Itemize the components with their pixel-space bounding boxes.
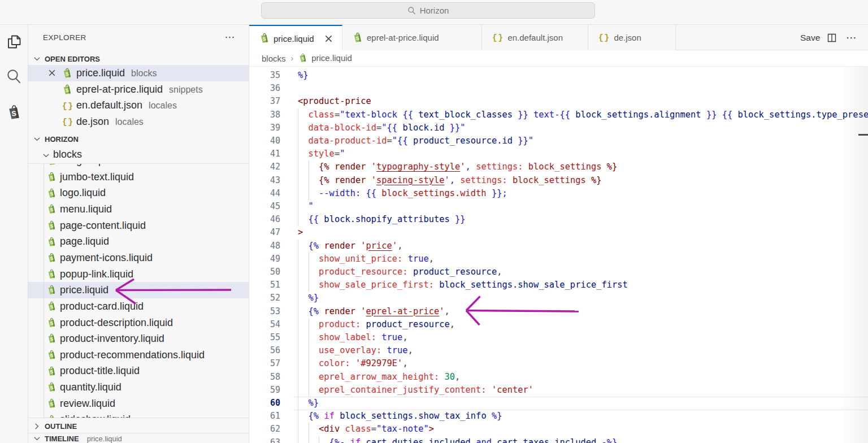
- tab-de.json[interactable]: {}de.json: [588, 25, 676, 50]
- open-editor-filename: price.liquid: [76, 67, 125, 79]
- tree-item-quantity.liquid[interactable]: Squantity.liquid: [28, 379, 249, 396]
- liquid-file-icon: S: [47, 237, 57, 247]
- editor-more-actions-icon[interactable]: ⋯: [846, 25, 857, 50]
- tree-item-product-title.liquid[interactable]: Sproduct-title.liquid: [28, 363, 249, 380]
- code-line-content: show_label: true,: [298, 331, 408, 344]
- save-button[interactable]: Save: [800, 25, 820, 50]
- code-line-38: 38 class="text-block {{ text_block_class…: [249, 108, 868, 121]
- liquid-file-icon: S: [47, 398, 57, 409]
- command-center-search[interactable]: Horizon: [261, 2, 595, 19]
- section-timeline[interactable]: TIMELINEprice.liquid: [28, 434, 249, 443]
- code-line-62: 62 <div class="tax-note">: [249, 423, 868, 436]
- close-icon[interactable]: [324, 34, 333, 44]
- section-outline[interactable]: OUTLINE: [28, 419, 249, 434]
- tree-item-page.liquid[interactable]: Spage.liquid: [28, 234, 249, 250]
- activity-bar-item-explorer[interactable]: [0, 25, 28, 58]
- code-line-60: 60 %}: [249, 397, 868, 410]
- close-icon[interactable]: [47, 68, 57, 77]
- tab-label: eprel-at-price.liquid: [367, 33, 439, 42]
- tab-price.liquid[interactable]: Sprice.liquid: [249, 25, 342, 51]
- tab-en.default.json[interactable]: {}en.default.json: [482, 25, 588, 50]
- tree-item-product-inventory.liquid[interactable]: Sproduct-inventory.liquid: [28, 331, 249, 347]
- open-editor-filename: en.default.json: [76, 99, 142, 111]
- liquid-file-icon: S: [47, 204, 57, 214]
- open-editor-folder: blocks: [131, 68, 157, 79]
- line-number: 61: [249, 410, 280, 423]
- open-editor-item-eprel-at-price.liquid[interactable]: Seprel-at-price.liquidsnippets: [28, 81, 249, 98]
- activity-bar-item-search[interactable]: [0, 59, 28, 92]
- code-line-53: 53 {% render 'eprel-at-price',: [249, 305, 868, 318]
- tree-item-logo.liquid[interactable]: Slogo.liquid: [28, 185, 249, 202]
- breadcrumb-item-blocks[interactable]: blocks: [262, 54, 286, 63]
- code-line-47: 47>: [249, 226, 868, 239]
- code-line-content: use_overlay: true,: [298, 344, 413, 357]
- open-editor-folder: locales: [115, 117, 144, 127]
- line-number: 56: [249, 344, 280, 357]
- tree-item-filename: quantity.liquid: [60, 381, 121, 393]
- code-line-content: {% render 'spacing-style', settings: blo…: [298, 174, 602, 187]
- code-line-content: data-block-id="{{ block.id }}": [298, 121, 466, 134]
- line-number: 40: [249, 134, 280, 147]
- tab-label: price.liquid: [274, 34, 314, 44]
- breadcrumb-separator: ›: [291, 54, 294, 63]
- tree-item-filename: price.liquid: [60, 284, 108, 296]
- shopify-bag-icon: S: [7, 105, 21, 120]
- code-line-content: >: [298, 226, 303, 239]
- section-open-editors[interactable]: OPEN EDITORS: [28, 51, 249, 67]
- tab-eprel-at-price.liquid[interactable]: Seprel-at-price.liquid: [342, 25, 482, 50]
- liquid-file-icon: S: [47, 172, 57, 182]
- tree-item-product-card.liquid[interactable]: Sproduct-card.liquid: [28, 298, 249, 315]
- tree-item-product-description.liquid[interactable]: Sproduct-description.liquid: [28, 315, 249, 331]
- open-editor-item-de.json[interactable]: {}de.jsonlocales: [28, 114, 249, 130]
- line-number: 41: [249, 147, 280, 160]
- split-editor-icon[interactable]: [827, 25, 837, 50]
- tree-item-filename: product-inventory.liquid: [60, 333, 164, 345]
- breadcrumb-item-price.liquid[interactable]: Sprice.liquid: [298, 53, 352, 63]
- tree-item-jumbo-text.liquid[interactable]: Sjumbo-text.liquid: [28, 169, 249, 185]
- code-line-55: 55 show_label: true,: [249, 331, 868, 344]
- activity-bar-item-shopify[interactable]: S: [0, 96, 28, 129]
- tree-item-payment-icons.liquid[interactable]: Spayment-icons.liquid: [28, 250, 249, 266]
- tree-item-review.liquid[interactable]: Sreview.liquid: [28, 396, 249, 412]
- tree-indent-guide: [44, 163, 44, 418]
- tree-item-popup-link.liquid[interactable]: Spopup-link.liquid: [28, 266, 249, 283]
- code-line-content: {%- if cart_duties_included and cart_tax…: [298, 436, 617, 443]
- json-file-icon: {}: [598, 33, 610, 42]
- code-line-35: 35%}: [249, 69, 868, 82]
- tree-item-price.liquid[interactable]: Sprice.liquid: [28, 282, 249, 298]
- code-line-content: style=": [298, 147, 345, 160]
- tree-item-product-recommendations.liquid[interactable]: Sproduct-recommendations.liquid: [28, 347, 249, 363]
- breadcrumb-text: blocks: [262, 54, 286, 63]
- section-horizon[interactable]: HORIZON: [28, 131, 249, 147]
- tree-item-filename: product-description.liquid: [60, 317, 173, 329]
- tree-item-filename: logo.liquid: [60, 187, 106, 199]
- svg-text:S: S: [11, 110, 16, 118]
- tree-item-menu.liquid[interactable]: Smenu.liquid: [28, 201, 249, 218]
- code-line-37: 37<product-price: [249, 95, 868, 108]
- open-editor-filename: de.json: [76, 116, 109, 128]
- json-file-icon: {}: [62, 101, 72, 111]
- line-number: 47: [249, 226, 280, 239]
- search-icon: [407, 6, 416, 15]
- open-editor-item-en.default.json[interactable]: {}en.default.jsonlocales: [28, 98, 249, 114]
- line-number: 58: [249, 371, 280, 384]
- explorer-more-actions-icon[interactable]: ⋯: [224, 31, 236, 44]
- line-number: 60: [249, 397, 280, 410]
- tree-folder-blocks[interactable]: blocks: [28, 147, 249, 164]
- open-editor-item-price.liquid[interactable]: Sprice.liquidblocks: [28, 65, 249, 81]
- liquid-file-icon: S: [47, 285, 57, 295]
- liquid-file-icon: S: [47, 318, 57, 328]
- code-line-43: 43 {% render 'spacing-style', settings: …: [249, 174, 868, 187]
- line-number: 48: [249, 240, 280, 253]
- section-timeline-description: price.liquid: [87, 435, 122, 443]
- tree-item-filename: review.liquid: [60, 398, 115, 410]
- liquid-file-icon: S: [47, 188, 57, 198]
- json-file-icon: {}: [492, 33, 504, 42]
- code-editor[interactable]: 35%}3637<product-price38 class="text-blo…: [249, 67, 868, 443]
- line-number: 42: [249, 160, 280, 173]
- chevron-right-icon: [33, 422, 41, 431]
- tree-item-page-content.liquid[interactable]: Spage-content.liquid: [28, 218, 249, 234]
- tree-item-filename: jumbo-text.liquid: [60, 171, 134, 183]
- tree-item-filename: product-title.liquid: [60, 365, 140, 377]
- json-file-icon: {}: [62, 116, 72, 127]
